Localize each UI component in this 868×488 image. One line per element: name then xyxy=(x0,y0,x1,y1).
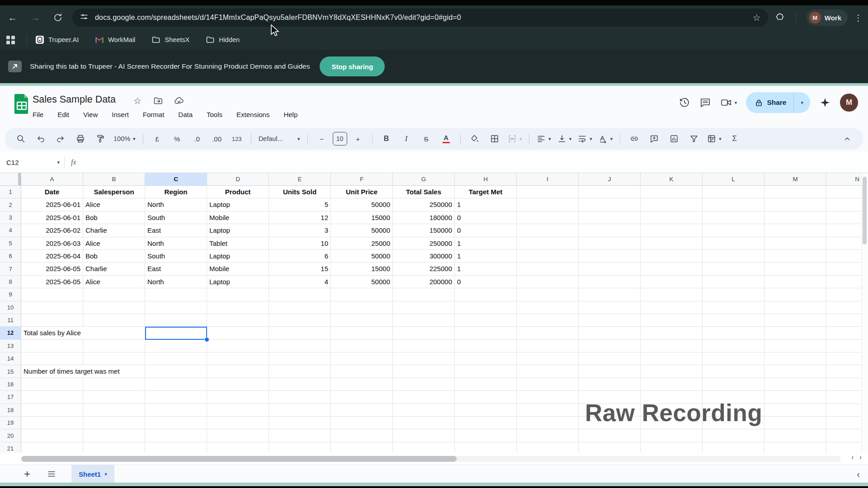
cell-J12[interactable] xyxy=(579,327,641,339)
cell-B9[interactable] xyxy=(83,288,145,301)
name-box[interactable]: C12 ▾ xyxy=(0,159,60,166)
cell-M1[interactable] xyxy=(764,186,826,198)
cell-D2[interactable]: Laptop xyxy=(207,198,269,211)
cell-D9[interactable] xyxy=(207,288,269,301)
cell-G11[interactable] xyxy=(393,314,455,327)
cell-H4[interactable]: 0 xyxy=(455,224,517,237)
cell-I19[interactable] xyxy=(517,417,579,429)
cell-M7[interactable] xyxy=(764,263,826,275)
cell-E19[interactable] xyxy=(269,417,331,429)
cell-C5[interactable]: North xyxy=(145,237,207,250)
row-header-13[interactable]: 13 xyxy=(0,340,21,352)
col-header-I[interactable]: I xyxy=(517,173,579,186)
scroll-left-icon[interactable]: ‹ xyxy=(851,453,854,461)
cell-M14[interactable] xyxy=(764,352,826,365)
cell-C1[interactable]: Region xyxy=(145,186,207,198)
cell-E14[interactable] xyxy=(269,352,331,365)
cell-B10[interactable] xyxy=(83,301,145,314)
cell-J9[interactable] xyxy=(579,288,641,301)
cell-G21[interactable] xyxy=(393,442,455,453)
cell-H1[interactable]: Target Met xyxy=(455,186,517,198)
insert-comment-icon[interactable] xyxy=(645,131,663,146)
cloud-saved-icon[interactable] xyxy=(174,95,184,106)
undo-icon[interactable] xyxy=(32,131,50,146)
cell-I7[interactable] xyxy=(517,263,579,275)
increase-font-size-button[interactable]: + xyxy=(349,131,367,146)
cell-D15[interactable] xyxy=(207,365,269,378)
cell-B21[interactable] xyxy=(83,442,145,453)
horizontal-scrollbar-thumb[interactable] xyxy=(21,456,457,462)
cell-L10[interactable] xyxy=(703,301,764,314)
cell-C19[interactable] xyxy=(145,417,207,429)
gemini-icon[interactable] xyxy=(819,97,831,108)
menu-help[interactable]: Help xyxy=(283,109,298,120)
col-header-B[interactable]: B xyxy=(83,173,145,186)
cell-M11[interactable] xyxy=(764,314,826,327)
cell-M2[interactable] xyxy=(764,198,826,211)
row-header-19[interactable]: 19 xyxy=(0,417,21,429)
cell-M3[interactable] xyxy=(764,211,826,224)
cell-E5[interactable]: 10 xyxy=(269,237,331,250)
cell-E17[interactable] xyxy=(269,391,331,404)
cell-B2[interactable]: Alice xyxy=(83,198,145,211)
url-text[interactable]: docs.google.com/spreadsheets/d/14F1MmIxC… xyxy=(95,14,748,22)
cell-B4[interactable]: Charlie xyxy=(83,224,145,237)
row-header-20[interactable]: 20 xyxy=(0,429,21,442)
cell-I14[interactable] xyxy=(517,352,579,365)
cell-I4[interactable] xyxy=(517,224,579,237)
cell-E18[interactable] xyxy=(269,404,331,417)
cell-E16[interactable] xyxy=(269,378,331,391)
row-header-12[interactable]: 12 xyxy=(0,327,21,339)
vertical-scrollbar[interactable] xyxy=(861,173,868,453)
cell-C20[interactable] xyxy=(145,429,207,442)
cell-F6[interactable]: 50000 xyxy=(331,250,393,263)
cell-G5[interactable]: 250000 xyxy=(393,237,455,250)
format-percent-button[interactable]: % xyxy=(168,131,186,146)
cell-G16[interactable] xyxy=(393,378,455,391)
cell-E20[interactable] xyxy=(269,429,331,442)
browser-menu-icon[interactable]: ⋮ xyxy=(854,13,863,23)
cell-I17[interactable] xyxy=(517,391,579,404)
cell-C21[interactable] xyxy=(145,442,207,453)
row-header-14[interactable]: 14 xyxy=(0,352,21,365)
decrease-decimal-button[interactable]: .0 xyxy=(188,131,206,146)
cell-F16[interactable] xyxy=(331,378,393,391)
functions-button[interactable]: Σ xyxy=(726,131,744,146)
cell-M10[interactable] xyxy=(764,301,826,314)
cell-K7[interactable] xyxy=(641,263,703,275)
cell-F15[interactable] xyxy=(331,365,393,378)
cell-K1[interactable] xyxy=(641,186,703,198)
cell-M16[interactable] xyxy=(764,378,826,391)
cell-G13[interactable] xyxy=(393,340,455,352)
cell-L1[interactable] xyxy=(703,186,764,198)
cell-J3[interactable] xyxy=(579,211,641,224)
cell-J6[interactable] xyxy=(579,250,641,263)
cell-L13[interactable] xyxy=(703,340,764,352)
cell-B13[interactable] xyxy=(83,340,145,352)
col-header-L[interactable]: L xyxy=(703,173,764,186)
cell-F5[interactable]: 25000 xyxy=(331,237,393,250)
cell-K8[interactable] xyxy=(641,276,703,288)
back-icon[interactable]: ← xyxy=(7,12,18,23)
cell-G6[interactable]: 300000 xyxy=(393,250,455,263)
cell-K5[interactable] xyxy=(641,237,703,250)
cell-C17[interactable] xyxy=(145,391,207,404)
cell-D19[interactable] xyxy=(207,417,269,429)
cell-I5[interactable] xyxy=(517,237,579,250)
cell-K14[interactable] xyxy=(641,352,703,365)
extensions-icon[interactable] xyxy=(774,12,786,23)
meet-button[interactable]: ▾ xyxy=(720,97,737,108)
cell-I10[interactable] xyxy=(517,301,579,314)
cell-K21[interactable] xyxy=(641,442,703,453)
menu-view[interactable]: View xyxy=(82,109,99,120)
cell-F4[interactable]: 50000 xyxy=(331,224,393,237)
cell-J16[interactable] xyxy=(579,378,641,391)
vertical-scrollbar-thumb[interactable] xyxy=(863,177,867,244)
cell-B14[interactable] xyxy=(83,352,145,365)
text-wrap-icon[interactable]: ▾ xyxy=(576,131,594,146)
cell-M17[interactable] xyxy=(764,391,826,404)
cell-B11[interactable] xyxy=(83,314,145,327)
url-bar[interactable]: docs.google.com/spreadsheets/d/14F1MmIxC… xyxy=(72,9,768,27)
cell-J7[interactable] xyxy=(579,263,641,275)
cell-B7[interactable]: Charlie xyxy=(83,263,145,275)
